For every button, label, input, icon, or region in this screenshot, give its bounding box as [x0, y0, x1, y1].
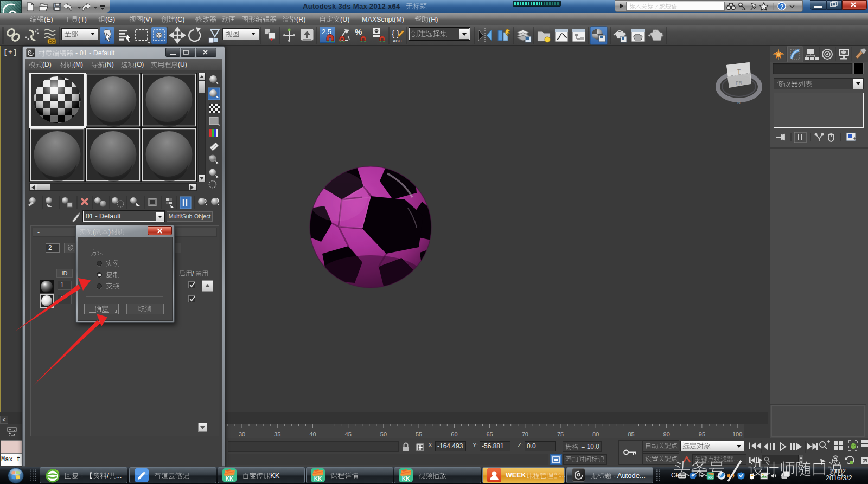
svg-text:100: 100: [732, 431, 742, 437]
svg-text:40: 40: [309, 431, 316, 437]
svg-text:?: ?: [780, 3, 784, 10]
svg-text:T: T: [737, 69, 741, 75]
svg-text:80: 80: [592, 431, 599, 437]
svg-text:95: 95: [699, 431, 705, 437]
svg-text:55: 55: [416, 431, 422, 437]
svg-text:65: 65: [486, 431, 493, 437]
svg-text:KK: KK: [226, 476, 234, 482]
svg-text:90: 90: [663, 431, 670, 437]
svg-text:KK: KK: [402, 476, 410, 482]
svg-text:70: 70: [522, 431, 528, 437]
svg-text:ABC: ABC: [393, 38, 402, 43]
svg-text:60: 60: [451, 431, 457, 437]
svg-text:35: 35: [274, 431, 280, 437]
svg-text:30: 30: [239, 431, 245, 437]
svg-text:N: N: [737, 100, 741, 105]
svg-text:KK: KK: [314, 476, 322, 482]
svg-text:45: 45: [345, 431, 352, 437]
svg-text:50: 50: [380, 431, 387, 437]
svg-text:85: 85: [628, 431, 634, 437]
svg-text:75: 75: [557, 431, 564, 437]
svg-text:FR: FR: [736, 80, 742, 86]
svg-text:%: %: [355, 27, 362, 36]
